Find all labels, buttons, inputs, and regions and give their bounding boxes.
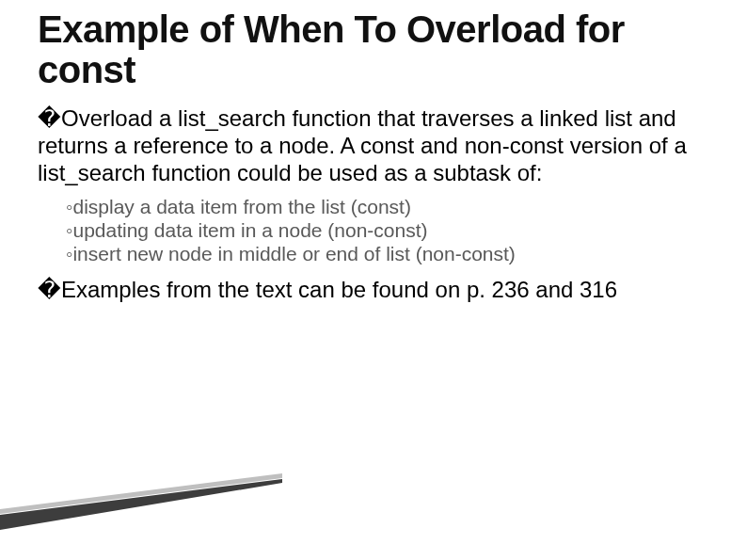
slide-body: �Overload a list_search function that tr… — [38, 105, 709, 304]
sub-bullet-list: ◦display a data item from the list (cons… — [66, 195, 709, 266]
sub-bullet-text: insert new node in middle or end of list… — [72, 243, 515, 264]
bullet-item: �Examples from the text can be found on … — [38, 277, 709, 304]
sub-bullet-text: display a data item from the list (const… — [72, 196, 410, 217]
slide: Example of When To Overload for const �O… — [0, 0, 747, 560]
bullet-marker-icon: � — [38, 277, 61, 302]
bullet-text: Overload a list_search function that tra… — [38, 105, 687, 185]
bullet-item: �Overload a list_search function that tr… — [38, 105, 709, 186]
sub-bullet-text: updating data item in a node (non-const) — [72, 219, 427, 241]
bullet-marker-icon: � — [38, 105, 61, 131]
slide-title: Example of When To Overload for const — [38, 9, 709, 90]
svg-marker-1 — [0, 473, 282, 514]
sub-bullet-item: ◦updating data item in a node (non-const… — [66, 218, 709, 242]
sub-bullet-item: ◦display a data item from the list (cons… — [66, 195, 709, 218]
svg-marker-0 — [0, 479, 282, 530]
decorative-wedge-icon — [0, 473, 282, 530]
bullet-text: Examples from the text can be found on p… — [61, 277, 617, 302]
sub-bullet-item: ◦insert new node in middle or end of lis… — [66, 242, 709, 265]
